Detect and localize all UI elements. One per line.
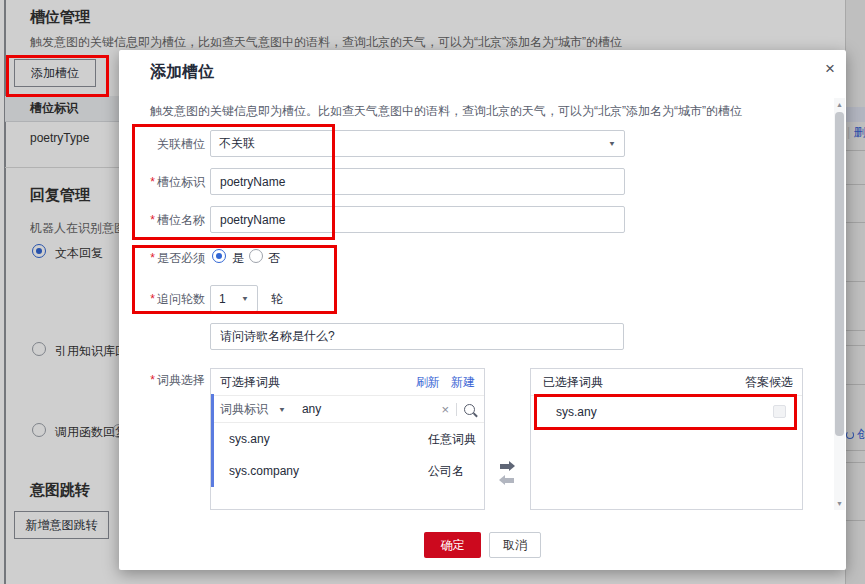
dialog-scrollbar[interactable]: ▲ ▼	[834, 98, 845, 510]
required-star: *	[150, 373, 155, 387]
required-star: *	[150, 213, 155, 227]
ask-rounds-label: *追问轮数	[119, 291, 205, 308]
add-slot-dialog: 添加槽位 × 触发意图的关键信息即为槽位。比如查天气意图中的语料，查询北京的天气…	[119, 50, 846, 570]
ask-rounds-unit: 轮	[271, 291, 283, 308]
dialog-description: 触发意图的关键信息即为槽位。比如查天气意图中的语料，查询北京的天气，可以为“北京…	[150, 103, 742, 120]
selected-dict-panel: 已选择词典 答案候选 sys.any	[530, 368, 803, 510]
scroll-up-icon[interactable]: ▲	[834, 101, 845, 108]
relate-slot-select[interactable]: 不关联 ▼	[210, 130, 625, 157]
chevron-down-icon[interactable]: ▼	[278, 405, 286, 413]
chevron-down-icon: ▼	[608, 140, 616, 148]
radio-no-label: 否	[268, 250, 280, 267]
question-input[interactable]	[210, 323, 624, 350]
slot-id-input[interactable]	[210, 168, 625, 195]
divider	[456, 403, 457, 416]
scroll-down-icon[interactable]: ▼	[834, 500, 845, 507]
dict-row-sys-any[interactable]: sys.any 任意词典	[211, 423, 484, 455]
radio-yes-label: 是	[232, 250, 244, 267]
screen: 槽位管理 触发意图的关键信息即为槽位，比如查天气意图中的语料，查询北京的天气，可…	[0, 0, 865, 584]
answer-candidate-checkbox[interactable]	[773, 405, 786, 418]
required-star: *	[150, 292, 155, 306]
move-right-icon[interactable]	[500, 464, 514, 469]
radio-no[interactable]	[249, 249, 263, 263]
slot-name-input[interactable]	[210, 206, 625, 233]
cancel-button[interactable]: 取消	[489, 532, 541, 558]
ask-rounds-select[interactable]: 1 ▼	[210, 285, 258, 312]
required-star: *	[150, 175, 155, 189]
dict-select-label: *词典选择	[119, 372, 205, 389]
answer-candidate-column: 答案候选	[745, 374, 793, 391]
dict-filter-row: 词典标识 ▼ any ×	[211, 395, 484, 423]
dict-search-input[interactable]: any	[302, 402, 321, 416]
refresh-link[interactable]: 刷新	[416, 375, 440, 389]
available-dict-panel: 可选择词典 刷新 新建 词典标识 ▼ any × sys.any 任意词典	[210, 368, 485, 510]
search-icon[interactable]	[464, 404, 475, 415]
slot-id-label: *槽位标识	[119, 174, 205, 191]
slot-name-label: *槽位名称	[119, 212, 205, 229]
selected-dict-row-sys-any[interactable]: sys.any	[531, 396, 802, 428]
chevron-down-icon: ▼	[241, 295, 249, 303]
required-star: *	[150, 251, 155, 265]
move-left-icon[interactable]	[500, 478, 514, 483]
required-flag-label: *是否必须	[119, 250, 205, 267]
close-icon[interactable]: ×	[819, 58, 841, 80]
dict-row-sys-company[interactable]: sys.company 公司名	[211, 455, 484, 487]
available-dict-title: 可选择词典	[220, 374, 280, 391]
scrollbar-thumb[interactable]	[835, 112, 844, 436]
filter-field-select[interactable]: 词典标识	[220, 401, 268, 418]
dialog-title: 添加槽位	[150, 62, 214, 83]
relate-slot-label: 关联槽位	[119, 136, 205, 153]
create-dict-link[interactable]: 新建	[451, 375, 475, 389]
confirm-button[interactable]: 确定	[424, 532, 481, 558]
radio-yes[interactable]	[212, 249, 226, 263]
clear-icon[interactable]: ×	[441, 403, 449, 416]
selected-dict-title: 已选择词典	[540, 374, 603, 391]
